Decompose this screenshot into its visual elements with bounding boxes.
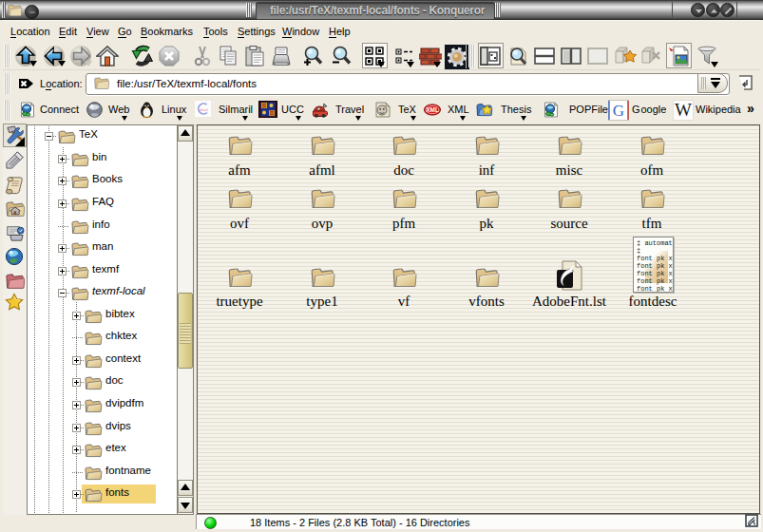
- svg-text:silmaril: silmaril: [199, 108, 208, 112]
- svg-text:XML: XML: [426, 106, 439, 113]
- svg-text:G: G: [613, 102, 624, 120]
- svg-text:W: W: [675, 100, 692, 120]
